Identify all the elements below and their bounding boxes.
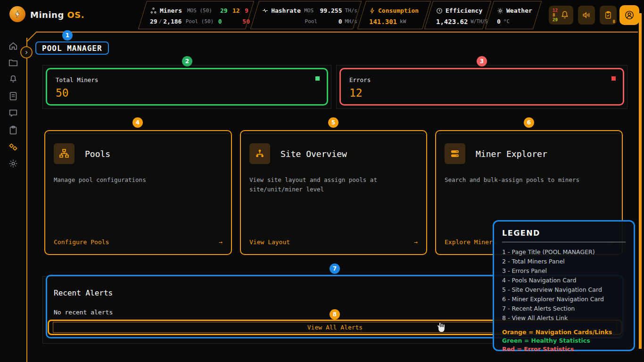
view-all-alerts-label: View All Alerts bbox=[307, 324, 363, 331]
app-logo bbox=[9, 6, 25, 22]
configure-pools-link[interactable]: Configure Pools → bbox=[54, 239, 223, 246]
speaker-button[interactable] bbox=[578, 6, 595, 25]
top-header: Mining OS. Miners MOS (50) 29 12 9 29 / … bbox=[0, 0, 644, 31]
page-title: POOL MANAGER bbox=[35, 41, 109, 55]
recent-alerts-empty-text: No recent alerts bbox=[54, 309, 113, 316]
hashrate-label: Hashrate bbox=[271, 7, 304, 14]
miners-mos-warn: 12 bbox=[232, 7, 245, 14]
arrow-right-icon: → bbox=[219, 239, 223, 246]
tasks-button[interactable]: 8 bbox=[600, 6, 617, 25]
gear-icon bbox=[8, 158, 18, 169]
hashrate-pool-unit: MH/s bbox=[345, 18, 358, 25]
brand-primary: Mining bbox=[30, 10, 64, 20]
legend-item-5: 5 - Site Overview Navigation Card bbox=[502, 285, 626, 295]
user-icon bbox=[624, 10, 635, 20]
sidebar-item-reports[interactable] bbox=[8, 91, 18, 101]
pools-gears-icon bbox=[8, 142, 18, 152]
miners-mos-err: 9 bbox=[245, 7, 248, 14]
legend-item-2: 2 - Total Miners Panel bbox=[502, 257, 626, 266]
consumption-bolt-icon bbox=[369, 8, 375, 14]
miners-mos-label: MOS (50) bbox=[187, 8, 220, 14]
arrow-right-icon: → bbox=[414, 239, 418, 246]
legend-item-7: 7 - Recent Alerts Section bbox=[502, 304, 626, 313]
site-overview-nav-card[interactable]: Site Overview View site layout and assig… bbox=[240, 130, 427, 255]
error-status-square-icon bbox=[611, 76, 616, 81]
header-consumption-block: Consumption 141.301 kW bbox=[362, 1, 427, 29]
notif-badge-orange: 8 bbox=[553, 13, 555, 17]
errors-label: Errors bbox=[349, 76, 614, 83]
miner-explorer-card-title: Miner Explorer bbox=[476, 149, 547, 159]
view-layout-link[interactable]: View Layout → bbox=[249, 239, 418, 246]
notif-badge-green: 29 bbox=[553, 17, 558, 22]
total-miners-panel: Total Miners 50 bbox=[42, 65, 331, 109]
view-layout-label: View Layout bbox=[249, 239, 290, 246]
document-icon bbox=[8, 91, 18, 101]
pools-card-title: Pools bbox=[85, 149, 110, 159]
org-chart-icon bbox=[58, 148, 70, 159]
bell-icon bbox=[560, 10, 570, 20]
header-weather-block: Weather 0 °C bbox=[489, 1, 537, 29]
miner-explorer-icon-tile bbox=[445, 143, 465, 164]
pools-card-description: Manage pool configurations bbox=[54, 175, 209, 185]
sidebar-item-home[interactable] bbox=[8, 41, 18, 51]
sun-icon bbox=[497, 8, 504, 14]
header-miners-block: Miners MOS (50) 29 12 9 29 / 2,186 Pool … bbox=[142, 1, 250, 29]
consumption-value: 141.301 bbox=[369, 18, 397, 25]
hierarchy-nodes-icon bbox=[254, 148, 265, 159]
annotation-badge-4: 4 bbox=[132, 117, 143, 128]
sidebar-item-messages[interactable] bbox=[8, 108, 18, 118]
weather-value: 0 bbox=[497, 18, 501, 25]
annotation-badge-6: 6 bbox=[524, 117, 534, 128]
clipboard-check-icon bbox=[604, 11, 612, 19]
consumption-unit: kW bbox=[400, 18, 406, 25]
miners-total-count: 2,186 bbox=[163, 18, 185, 25]
frame-top-border bbox=[36, 32, 638, 33]
efficiency-label: Efficiency bbox=[446, 7, 482, 14]
chat-bubble-icon bbox=[8, 108, 18, 118]
home-icon bbox=[8, 41, 18, 51]
legend-title: LEGEND bbox=[502, 229, 626, 238]
sidebar-item-settings[interactable] bbox=[8, 158, 18, 169]
notifications-button[interactable]: 12 8 29 bbox=[549, 6, 573, 25]
hashrate-pool-label: Pool bbox=[305, 18, 321, 25]
legend-overlay: LEGEND 1 - Page Title (POOL MANAGER) 2 -… bbox=[493, 220, 635, 351]
sidebar-collapse-button[interactable]: › bbox=[20, 46, 33, 58]
legend-note-green: Green = Healthy Statistics bbox=[502, 337, 626, 345]
weather-label: Weather bbox=[506, 7, 532, 14]
sidebar-item-files[interactable] bbox=[8, 58, 18, 68]
hashrate-mos-label: MOS bbox=[304, 8, 320, 14]
errors-value: 12 bbox=[349, 87, 614, 99]
hashrate-mos-value: 99.255 bbox=[320, 7, 342, 14]
recent-alerts-title: Recent Alerts bbox=[54, 288, 113, 297]
site-overview-card-description: View site layout and assign pools at sit… bbox=[249, 175, 405, 194]
pools-nav-card[interactable]: Pools Manage pool configurations Configu… bbox=[44, 130, 232, 255]
efficiency-value: 1,423.62 bbox=[436, 18, 468, 25]
errors-annotation-border: Errors 12 bbox=[339, 68, 624, 106]
pools-icon-tile bbox=[54, 143, 74, 164]
site-overview-icon-tile bbox=[249, 143, 270, 164]
configure-pools-label: Configure Pools bbox=[54, 239, 109, 246]
gauge-clock-icon bbox=[436, 8, 443, 14]
page-title-text: POOL MANAGER bbox=[42, 44, 102, 53]
site-overview-card-title: Site Overview bbox=[281, 149, 347, 159]
legend-item-4: 4 - Pools Navigation Card bbox=[502, 276, 626, 285]
efficiency-unit: W/TH/S bbox=[471, 19, 487, 24]
user-menu-button[interactable] bbox=[619, 5, 639, 25]
miner-explorer-card-description: Search and bulk-assign pools to miners bbox=[445, 175, 600, 185]
weather-unit: °C bbox=[504, 18, 510, 25]
miners-pool-label: Pool (50) bbox=[186, 18, 218, 25]
frame-left-border bbox=[26, 38, 27, 362]
miners-separator: / bbox=[159, 18, 162, 25]
total-miners-label: Total Miners bbox=[56, 76, 318, 83]
annotation-badge-3: 3 bbox=[477, 56, 487, 66]
sidebar-item-tasks[interactable] bbox=[8, 125, 18, 135]
mouse-pointer-cursor bbox=[436, 321, 446, 336]
network-nodes-icon bbox=[150, 7, 157, 14]
explore-miners-label: Explore Miners bbox=[445, 239, 496, 246]
folder-icon bbox=[8, 58, 18, 68]
sidebar-item-pools[interactable] bbox=[8, 142, 18, 152]
legend-note-red: Red = Error Statistics bbox=[502, 345, 626, 354]
legend-item-6: 6 - Miner Explorer Navigation Card bbox=[502, 295, 626, 304]
legend-divider bbox=[502, 242, 626, 242]
sidebar-item-alerts[interactable] bbox=[8, 74, 18, 84]
